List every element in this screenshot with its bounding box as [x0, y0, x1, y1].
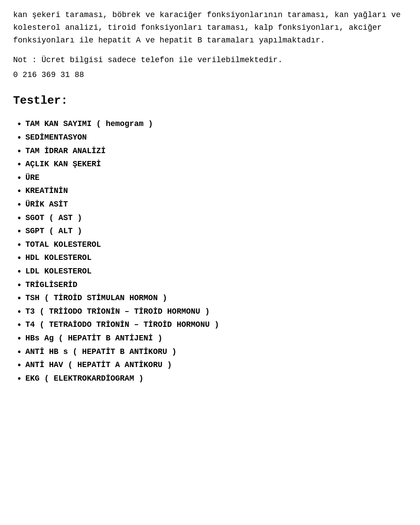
phone-number: 0 216 369 31 88 — [13, 69, 407, 81]
test-list-item: TAM KAN SAYIMI ( hemogram ) — [13, 117, 407, 131]
test-list-item: EKG ( ELEKTROKARDİOGRAM ) — [13, 372, 407, 385]
test-list-item: LDL KOLESTEROL — [13, 265, 407, 278]
test-list-item: ANTİ HB s ( HEPATİT B ANTİKORU ) — [13, 345, 407, 359]
test-list-item: ÜRE — [13, 171, 407, 185]
test-list-item: TSH ( TİROİD STİMULAN HORMON ) — [13, 291, 407, 305]
test-list-item: T4 ( TETRAİODO TRİONİN – TİROİD HORMONU … — [13, 318, 407, 332]
test-list-item: SGOT ( AST ) — [13, 211, 407, 225]
test-list-item: HDL KOLESTEROL — [13, 251, 407, 265]
test-list-item: KREATİNİN — [13, 184, 407, 198]
test-list: TAM KAN SAYIMI ( hemogram )SEDİMENTASYON… — [13, 117, 407, 385]
test-list-item: TOTAL KOLESTEROL — [13, 238, 407, 252]
test-list-item: AÇLIK KAN ŞEKERİ — [13, 158, 407, 171]
test-list-item: HBs Ag ( HEPATİT B ANTİJENİ ) — [13, 332, 407, 345]
test-list-item: ÜRİK ASİT — [13, 198, 407, 211]
tests-section-title: Testler: — [13, 92, 407, 109]
test-list-item: ANTİ HAV ( HEPATİT A ANTİKORU ) — [13, 358, 407, 372]
intro-paragraph: kan şekeri taraması, böbrek ve karaciğer… — [13, 9, 407, 46]
test-list-item: SEDİMENTASYON — [13, 131, 407, 144]
test-list-item: TAM İDRAR ANALİZİ — [13, 144, 407, 158]
test-list-item: TRİGLİSERİD — [13, 278, 407, 292]
test-list-item: T3 ( TRİİODO TRİONİN – TİROİD HORMONU ) — [13, 305, 407, 318]
test-list-item: SGPT ( ALT ) — [13, 224, 407, 238]
note-text: Not : Ücret bilgisi sadece telefon ile v… — [13, 54, 407, 66]
